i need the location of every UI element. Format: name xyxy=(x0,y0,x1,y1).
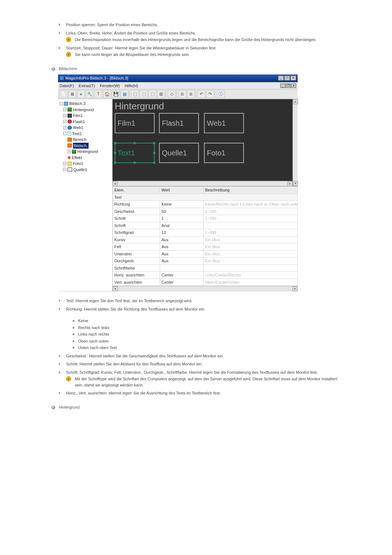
bullet-body: Text: Hiermit legen Sie den Text fest, d… xyxy=(66,298,192,304)
plus-icon: + xyxy=(66,376,71,381)
toolbar-button[interactable]: ⬚ xyxy=(131,90,139,98)
tree-node[interactable]: +Flash1 xyxy=(59,119,111,125)
tile-text1-selected[interactable]: Text1 xyxy=(115,143,155,163)
richtung-opt: Links nach rechts xyxy=(73,331,345,337)
table-row[interactable]: KursivAusEin /Aus xyxy=(113,236,298,243)
toolbar-button[interactable]: 🖥 xyxy=(68,90,76,98)
tree-node[interactable]: ✱Effekt xyxy=(59,155,111,161)
dot-icon xyxy=(73,320,74,322)
toolbar-button[interactable]: 💾 xyxy=(112,90,120,98)
tree-node[interactable]: −TText1 xyxy=(59,131,111,137)
dot-icon xyxy=(73,347,74,349)
scroll-up-icon[interactable]: ▴ xyxy=(293,99,298,104)
table-header-row: Elem. Wert Beschreibung xyxy=(113,187,298,194)
toolbar-button[interactable]: ⬚ xyxy=(140,90,148,98)
chevron-icon xyxy=(58,299,62,303)
table-row[interactable]: Schriftgrad131~999 xyxy=(113,229,298,236)
bullet-schritt: Schritt: Hiermit stellen Sie den Abstand… xyxy=(58,361,345,367)
toolbar-separator xyxy=(196,90,197,98)
scrollbar-horizontal[interactable]: ◂ ▸ xyxy=(113,181,293,186)
tile-flash1[interactable]: Flash1 xyxy=(159,113,199,133)
doc-minimize[interactable]: _ xyxy=(280,84,285,88)
col-elem[interactable]: Elem. xyxy=(113,187,160,194)
menu-item[interactable]: Extras(T) xyxy=(79,84,95,88)
scroll-right-icon[interactable]: ▸ xyxy=(287,181,293,186)
bullet-text: Text: Hiermit legen Sie den Text fest, d… xyxy=(58,298,345,304)
col-besch[interactable]: Beschreibung xyxy=(204,187,298,194)
scrollbar-vertical[interactable]: ▴ ▾ xyxy=(293,99,298,186)
menubar: Datei(F) Extras(T) Fenster(W) Hilfe(H) _… xyxy=(58,82,298,90)
bullet-text: Links, Oben, Breite, Höhe: Ändert die Po… xyxy=(66,30,196,36)
toolbar-button[interactable]: ◇ xyxy=(168,90,176,98)
tree-node[interactable]: Bereich xyxy=(59,137,111,143)
table-row[interactable]: Geschwind.501~100 xyxy=(113,208,298,215)
toolbar-button[interactable]: T xyxy=(94,90,102,98)
tree-node[interactable]: +Foto1 xyxy=(59,161,111,167)
maximize-button[interactable]: □ xyxy=(284,76,290,81)
col-wert[interactable]: Wert xyxy=(160,187,204,194)
menu-item[interactable]: Datei(F) xyxy=(60,84,74,88)
toolbar-button[interactable]: ● xyxy=(77,90,85,98)
toolbar-button[interactable]: 🔧 xyxy=(86,90,94,98)
table-row[interactable]: FettAusEin /Aus xyxy=(113,243,298,251)
properties-panel: Elem. Wert Beschreibung Text RichtungKei… xyxy=(113,186,298,291)
tree-node[interactable]: +Web1 xyxy=(59,125,111,131)
toolbar-button[interactable]: ▦ xyxy=(121,90,128,98)
heading-text: Hintergrund xyxy=(59,404,79,410)
tile-foto1[interactable]: Foto1 xyxy=(204,143,244,163)
scroll-left-icon[interactable]: ◂ xyxy=(113,286,118,291)
toolbar: 📄 🖥 ● 🔧 T 🏠 💾 ▦ ⬚ ⬚ ⬚ ⊞ ◇ B B ↶ ↷ ⓘ xyxy=(58,89,298,99)
table-row[interactable]: Schriftfarbe xyxy=(113,264,298,272)
tile-web1[interactable]: Web1 xyxy=(204,113,244,133)
toolbar-button[interactable]: B xyxy=(178,90,186,98)
tree-node[interactable]: +Hintergrund xyxy=(59,107,111,113)
minimize-button[interactable]: _ xyxy=(278,76,284,81)
doc-restore[interactable]: ❐ xyxy=(286,84,291,88)
tree-node[interactable]: +Hintergrund xyxy=(59,149,111,155)
info-button[interactable]: ⓘ xyxy=(217,90,225,98)
table-row[interactable]: Vert. ausrichtenCenterOben/Center/Unten xyxy=(113,279,298,286)
tile-film1[interactable]: Film1 xyxy=(115,113,155,133)
toolbar-separator xyxy=(215,90,216,98)
tree-node-selected[interactable]: Bildsch. xyxy=(59,143,111,149)
scroll-right-icon[interactable]: ▸ xyxy=(293,286,298,291)
chevron-icon xyxy=(58,307,62,311)
redo-button[interactable]: ↷ xyxy=(206,90,214,98)
close-button[interactable]: × xyxy=(290,76,296,81)
table-row[interactable]: Unterstrei.AusEin /Aus xyxy=(113,250,298,258)
window-title: MagicInfoPro Bildsch.3 - [Bildsch.3] xyxy=(65,75,128,81)
toolbar-button[interactable]: ⬚ xyxy=(148,90,156,98)
canvas[interactable]: Hintergrund Film1 Flash1 Web1 Text1 Quel… xyxy=(113,99,298,186)
bullet-body: Schrift, Schriftgrad, Kursiv, Fett, Unte… xyxy=(66,369,318,376)
bullet-geschwind: Geschwind.: Hiermit stellen Sie die Gesc… xyxy=(58,353,345,359)
chevron-icon xyxy=(58,23,62,27)
menu-item[interactable]: Hilfe(H) xyxy=(124,84,138,88)
table-row[interactable]: Horiz. ausrichtenCenterLinks/Center/Rech… xyxy=(113,272,298,279)
bullet-links-oben: Links, Oben, Breite, Höhe: Ändert die Po… xyxy=(58,30,345,36)
note-text: Mit der Schrifttype wird die Schriftart … xyxy=(75,376,345,388)
tile-quelle1[interactable]: Quelle1 xyxy=(159,143,199,163)
toolbar-button[interactable]: ⊞ xyxy=(157,90,165,98)
work-area: −Bildsch.3 +Hintergrund +Film1 +Flash1 +… xyxy=(58,99,298,291)
note-text: Die Bereichsposition muss innerhalb des … xyxy=(75,37,317,43)
toolbar-button[interactable]: 🏠 xyxy=(103,90,111,98)
doc-close[interactable]: × xyxy=(291,84,296,88)
scroll-down-icon[interactable]: ▾ xyxy=(293,181,298,186)
bullet-position-sperren: Position sperren: Sperrt die Position ei… xyxy=(58,22,345,28)
dot-icon xyxy=(73,340,74,342)
app-icon xyxy=(60,76,64,80)
scroll-left-icon[interactable]: ◂ xyxy=(113,181,118,186)
table-row[interactable]: SchriftArial xyxy=(113,222,298,229)
tree-node[interactable]: +Film1 xyxy=(59,113,111,119)
toolbar-button[interactable]: B xyxy=(187,90,195,98)
table-row[interactable]: Schritt11~100 xyxy=(113,215,298,222)
menu-item[interactable]: Fenster(W) xyxy=(100,84,120,88)
plus-icon: + xyxy=(66,37,71,42)
toolbar-button[interactable]: 📄 xyxy=(60,90,68,98)
undo-button[interactable]: ↶ xyxy=(197,90,205,98)
table-row[interactable]: Durchgestr.AusEin /Aus xyxy=(113,258,298,265)
props-scrollbar[interactable]: ◂ ▸ xyxy=(113,286,298,291)
tree-node[interactable]: +Quelle1 xyxy=(59,167,111,173)
table-row[interactable]: RichtungKeineKeine/Rechts nach li./Links… xyxy=(113,201,298,208)
tree-node[interactable]: −Bildsch.3 xyxy=(59,101,111,107)
